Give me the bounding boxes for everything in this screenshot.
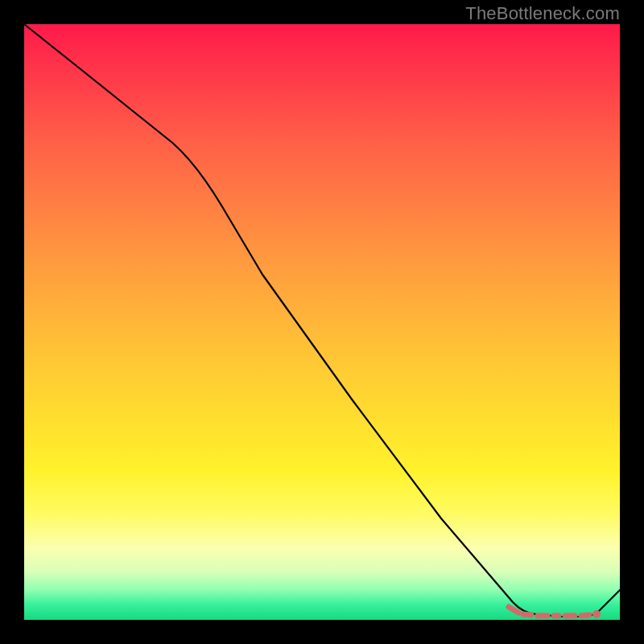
bottleneck-curve (24, 24, 620, 617)
minimum-dot-icon (592, 610, 601, 618)
svg-line-5 (581, 615, 589, 616)
minimum-highlight (509, 607, 601, 618)
watermark-text: TheBottleneck.com (465, 3, 620, 24)
chart-frame: TheBottleneck.com (0, 0, 644, 644)
chart-overlay (24, 24, 620, 620)
svg-line-0 (509, 607, 518, 613)
svg-line-1 (523, 614, 531, 615)
